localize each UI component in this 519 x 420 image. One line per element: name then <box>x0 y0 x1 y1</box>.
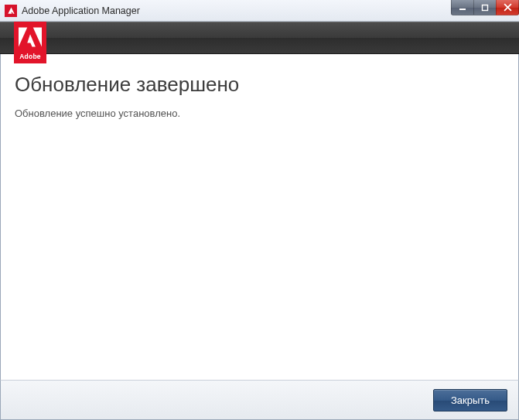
content-area: Обновление завершено Обновление успешно … <box>0 54 519 380</box>
adobe-a-icon <box>14 22 46 53</box>
page-title: Обновление завершено <box>15 73 504 97</box>
adobe-logo-text: Adobe <box>19 53 40 60</box>
adobe-logo: Adobe <box>14 22 46 63</box>
adobe-app-icon <box>5 5 17 17</box>
window-title: Adobe Application Manager <box>22 5 140 16</box>
footer-bar: Закрыть <box>0 380 519 420</box>
window-controls <box>452 0 519 15</box>
svg-rect-0 <box>459 9 466 10</box>
window-close-button[interactable] <box>496 0 519 15</box>
maximize-button[interactable] <box>473 0 497 15</box>
minimize-button[interactable] <box>451 0 474 15</box>
svg-rect-1 <box>483 5 488 10</box>
header-bar: Adobe <box>0 22 519 54</box>
status-description: Обновление успешно установлено. <box>15 108 504 119</box>
close-button[interactable]: Закрыть <box>433 389 507 411</box>
window-titlebar: Adobe Application Manager <box>0 0 519 22</box>
